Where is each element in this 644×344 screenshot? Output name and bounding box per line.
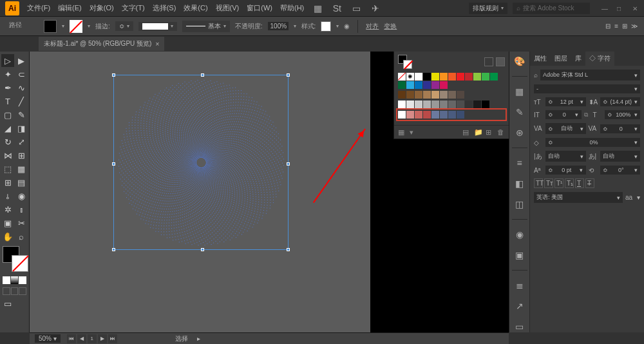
zoom-field[interactable]: 50% ▾ <box>35 334 61 343</box>
document-tab[interactable]: 未标题-1.ai* @ 50% (RGB/GPU 预览) × <box>39 37 164 51</box>
swatch[interactable] <box>448 91 456 99</box>
stock-icon[interactable]: St <box>331 3 343 14</box>
selection-tool[interactable]: ▷ <box>1 54 14 67</box>
color-mode-gradient[interactable] <box>11 276 19 284</box>
vscale-field[interactable]: ≎0▾ <box>545 110 582 119</box>
fill-swatch[interactable] <box>44 20 57 33</box>
mesh-tool[interactable]: ⊞ <box>1 176 14 189</box>
swatch[interactable] <box>423 73 431 81</box>
swatch[interactable] <box>415 81 422 89</box>
strikethrough-icon[interactable]: T <box>585 178 594 188</box>
free-transform-tool[interactable]: ⊞ <box>15 149 28 162</box>
swatch[interactable] <box>398 100 406 108</box>
new-group-icon[interactable]: 📁 <box>474 128 482 136</box>
swatch[interactable] <box>440 100 448 108</box>
stroke-weight[interactable]: ≎▾ <box>115 21 133 31</box>
swatch[interactable] <box>423 100 431 108</box>
perspective-tool[interactable]: ▦ <box>15 162 28 175</box>
opacity-field[interactable]: 100% <box>268 22 289 30</box>
menu-file[interactable]: 文件(F) <box>27 3 50 13</box>
swatch-registration[interactable] <box>406 73 414 81</box>
link-icon[interactable]: ⧉ <box>584 111 591 119</box>
bridge-icon[interactable]: ▦ <box>312 3 323 14</box>
menu-type[interactable]: 文字(T) <box>122 3 145 13</box>
leading-field[interactable]: ≎(14.4 pt)▾ <box>600 97 641 106</box>
superscript-icon[interactable]: T¹ <box>554 178 564 188</box>
gradient-tool[interactable]: ▤ <box>15 176 28 189</box>
menu-view[interactable]: 视图(V) <box>216 3 240 13</box>
swatch[interactable] <box>440 91 448 99</box>
swatch[interactable] <box>457 73 464 81</box>
swatch[interactable] <box>423 91 431 99</box>
minimize-icon[interactable]: — <box>601 5 608 12</box>
allcaps-icon[interactable]: TT <box>534 178 543 188</box>
tab-libraries[interactable]: 库 <box>571 52 585 66</box>
swatch[interactable] <box>473 73 481 81</box>
color-panel-icon[interactable]: 🎨 <box>514 55 526 67</box>
ctrl-icon2[interactable]: ≡ <box>614 23 618 30</box>
draw-normal[interactable] <box>3 287 10 295</box>
symbols-panel-icon[interactable]: ⊛ <box>514 127 526 139</box>
layers-icon[interactable]: ≣ <box>514 280 526 291</box>
fill-stroke-indicator[interactable] <box>3 246 28 272</box>
new-swatch-icon[interactable]: ⊞ <box>486 128 493 136</box>
style-swatch[interactable] <box>321 21 331 32</box>
swatches-panel-icon[interactable]: ▦ <box>514 86 526 97</box>
page-num[interactable]: 1 <box>88 334 97 343</box>
swatch[interactable] <box>440 81 448 89</box>
swatch[interactable] <box>465 100 473 108</box>
hscale-field[interactable]: ≎100%▾ <box>605 110 641 119</box>
swatch[interactable] <box>431 91 439 99</box>
menu-select[interactable]: 选择(S) <box>153 3 176 13</box>
asset-icon[interactable]: ↗ <box>514 300 526 312</box>
grid-view-icon[interactable] <box>496 57 505 66</box>
draw-inside[interactable] <box>19 287 26 295</box>
first-page[interactable]: ⏮ <box>67 334 76 343</box>
artboards-icon[interactable]: ▭ <box>514 321 526 332</box>
font-style-field[interactable]: -▾ <box>534 84 640 93</box>
maximize-icon[interactable]: □ <box>617 5 623 12</box>
swatch[interactable] <box>415 111 422 119</box>
share-icon[interactable]: ✈ <box>370 3 381 14</box>
arrange-icon[interactable]: ▭ <box>350 3 362 14</box>
stroke-dropdown[interactable]: ▾ <box>88 23 90 29</box>
stroke-color[interactable] <box>12 255 28 272</box>
curvature-tool[interactable]: ∿ <box>15 81 28 94</box>
swatch[interactable] <box>473 100 481 108</box>
swatch[interactable] <box>457 91 464 99</box>
fill-dropdown[interactable]: ▾ <box>62 23 64 29</box>
artboard-tool[interactable]: ▣ <box>1 216 14 229</box>
swatch[interactable] <box>431 73 439 81</box>
swatch[interactable] <box>406 91 414 99</box>
style-dropdown[interactable]: ▾ <box>336 23 339 29</box>
eraser-tool[interactable]: ◨ <box>15 122 28 135</box>
transparency-icon[interactable]: ◫ <box>514 198 526 210</box>
ctrl-icon4[interactable]: ≫ <box>631 23 638 30</box>
swatch[interactable] <box>415 73 422 81</box>
eyedropper-tool[interactable]: ⫰ <box>1 189 14 202</box>
recolor-icon[interactable]: ◉ <box>344 23 350 30</box>
gradient-panel-icon[interactable]: ◧ <box>514 178 526 189</box>
menu-edit[interactable]: 编辑(E) <box>58 3 82 13</box>
swatch[interactable] <box>457 100 464 108</box>
swatch[interactable] <box>482 73 489 81</box>
tsume-field[interactable]: ≎0%▾ <box>545 138 640 147</box>
graph-tool[interactable]: ⫾ <box>15 203 28 216</box>
lasso-tool[interactable]: ⊂ <box>15 68 28 81</box>
menu-window[interactable]: 窗口(W) <box>247 3 272 13</box>
kerning-field[interactable]: ≎自动▾ <box>545 123 586 134</box>
symbol-sprayer-tool[interactable]: ✲ <box>1 203 14 216</box>
swatch[interactable] <box>448 73 456 81</box>
swatch[interactable] <box>415 100 422 108</box>
swatch[interactable] <box>431 100 439 108</box>
swatch[interactable] <box>465 73 473 81</box>
direct-selection-tool[interactable]: ▶ <box>15 54 28 67</box>
aki1-field[interactable]: 自动▾ <box>545 151 586 162</box>
color-mode-none[interactable] <box>19 276 26 284</box>
align-link[interactable]: 对齐 <box>366 22 379 31</box>
shape-builder-tool[interactable]: ⬚ <box>1 162 14 175</box>
canvas[interactable]: 颜色 色板 颜色参考 »≡ ▦▾ ▤📁⊞🗑 <box>30 52 509 332</box>
brush-def[interactable]: 基本▾ <box>182 21 230 32</box>
slice-tool[interactable]: ✂ <box>15 216 28 229</box>
mini-fill-stroke[interactable] <box>398 55 412 69</box>
